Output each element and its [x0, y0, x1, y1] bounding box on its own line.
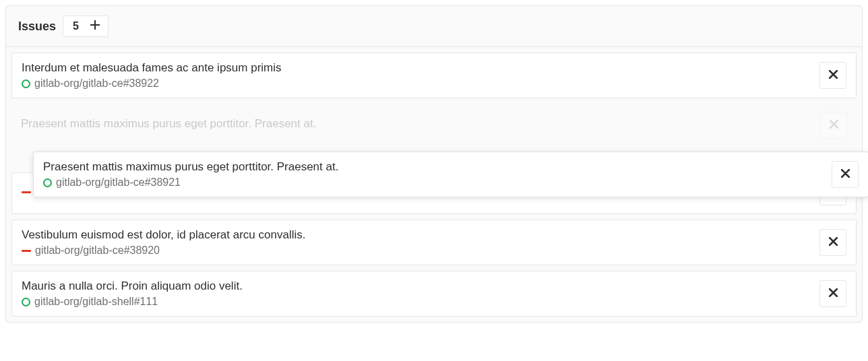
plus-icon [90, 20, 100, 32]
remove-issue-button[interactable] [819, 280, 846, 307]
close-icon [829, 287, 838, 300]
issue-content: Mauris a nulla orci. Proin aliquam odio … [22, 280, 819, 308]
status-closed-icon [22, 250, 31, 252]
issue-card[interactable]: Vestibulum euismod est dolor, id placera… [11, 220, 857, 265]
issue-ref: gitlab-org/gitlab-ce#38920 [35, 244, 160, 257]
issue-ref-row: gitlab-org/gitlab-ce#38922 [22, 77, 819, 90]
close-icon [841, 168, 850, 181]
close-icon [830, 119, 838, 132]
issue-title: Praesent mattis maximus purus eget portt… [21, 117, 820, 131]
issue-content: Praesent mattis maximus purus eget portt… [21, 117, 820, 133]
status-open-icon [43, 178, 52, 187]
remove-issue-button[interactable] [819, 229, 846, 256]
issue-card-dragging[interactable]: Praesent mattis maximus purus eget portt… [33, 152, 868, 197]
badge-group: 5 [63, 15, 108, 37]
panel-title: Issues [18, 20, 56, 34]
issue-card-placeholder: Praesent mattis maximus purus eget portt… [11, 104, 857, 139]
issue-title: Interdum et malesuada fames ac ante ipsu… [22, 61, 819, 75]
status-closed-icon [22, 191, 31, 193]
issue-content: Praesent mattis maximus purus eget portt… [43, 160, 832, 189]
add-issue-button[interactable] [82, 15, 108, 37]
issue-ref-row: gitlab-org/gitlab-ce#38920 [22, 244, 819, 257]
issue-ref: gitlab-org/gitlab-ce#38922 [34, 77, 159, 90]
issue-title: Mauris a nulla orci. Proin aliquam odio … [22, 280, 819, 293]
issue-title: Praesent mattis maximus purus eget portt… [43, 160, 832, 174]
close-icon [829, 69, 838, 82]
remove-issue-button[interactable] [820, 112, 847, 139]
status-open-icon [22, 79, 30, 88]
remove-issue-button[interactable] [819, 62, 846, 89]
close-icon [829, 236, 838, 249]
panel-header: Issues 5 [6, 6, 862, 46]
issue-ref: gitlab-org/gitlab-ce#38921 [56, 176, 181, 189]
issue-card[interactable]: Mauris a nulla orci. Proin aliquam odio … [11, 271, 857, 317]
issue-ref: gitlab-org/gitlab-shell#111 [34, 296, 158, 308]
issue-title: Vestibulum euismod est dolor, id placera… [22, 228, 819, 242]
issue-ref-row: gitlab-org/gitlab-shell#111 [22, 296, 819, 308]
issue-content: Interdum et malesuada fames ac ante ipsu… [22, 61, 819, 90]
issue-content: Vestibulum euismod est dolor, id placera… [22, 228, 819, 257]
status-open-icon [22, 298, 30, 306]
issue-card[interactable]: Interdum et malesuada fames ac ante ipsu… [11, 53, 857, 98]
remove-issue-button[interactable] [832, 161, 859, 188]
issue-ref-row: gitlab-org/gitlab-ce#38921 [43, 176, 832, 189]
issues-panel: Issues 5 Interdum et malesuada fames ac … [5, 5, 863, 323]
